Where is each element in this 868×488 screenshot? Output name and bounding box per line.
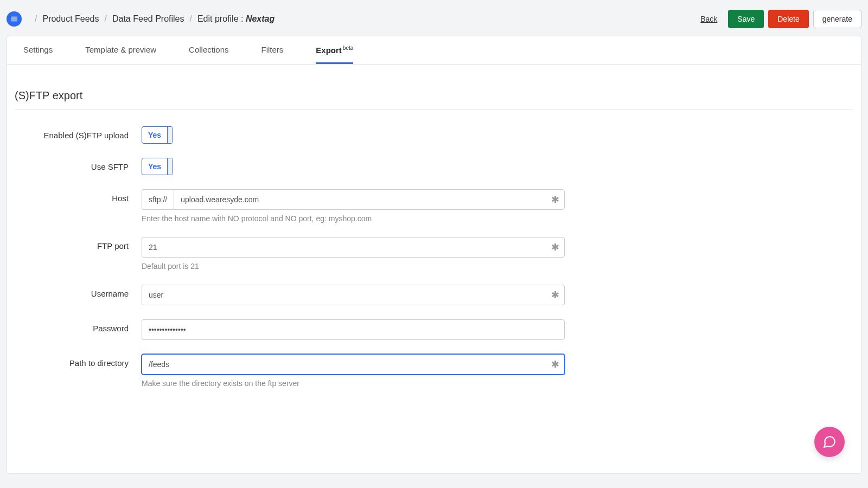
delete-button[interactable]: Delete: [768, 10, 808, 28]
path-input[interactable]: [142, 354, 565, 375]
host-label: Host: [15, 189, 142, 203]
breadcrumb-item-1[interactable]: Product Feeds: [42, 14, 99, 24]
port-input[interactable]: [142, 237, 565, 258]
main-card: Settings Template & preview Collections …: [7, 36, 861, 474]
enabled-upload-label: Enabled (S)FTP upload: [15, 126, 142, 140]
username-label: Username: [15, 285, 142, 298]
generate-button[interactable]: generate: [813, 10, 861, 28]
breadcrumb: / Product Feeds / Data Feed Profiles / E…: [29, 14, 275, 24]
path-label: Path to directory: [15, 354, 142, 368]
host-protocol-prefix: sftp://: [142, 189, 174, 210]
path-help: Make sure the directory exists on the ft…: [142, 379, 565, 388]
chat-icon: [822, 435, 837, 449]
hamburger-icon: [10, 15, 18, 23]
port-label: FTP port: [15, 237, 142, 251]
page-header: / Product Feeds / Data Feed Profiles / E…: [7, 7, 861, 36]
tab-filters[interactable]: Filters: [261, 36, 283, 64]
host-input[interactable]: [174, 189, 565, 210]
username-input[interactable]: [142, 285, 565, 305]
tab-settings[interactable]: Settings: [23, 36, 53, 64]
section-title: (S)FTP export: [15, 89, 853, 110]
menu-button[interactable]: [7, 11, 22, 27]
password-input[interactable]: [142, 319, 565, 340]
header-actions: Back Save Delete generate: [700, 10, 861, 28]
save-button[interactable]: Save: [728, 10, 764, 28]
help-fab-button[interactable]: [814, 427, 845, 457]
tab-bar: Settings Template & preview Collections …: [7, 36, 861, 65]
enabled-upload-toggle[interactable]: Yes: [142, 126, 173, 144]
use-sftp-toggle[interactable]: Yes: [142, 158, 173, 175]
breadcrumb-item-2[interactable]: Data Feed Profiles: [112, 14, 184, 24]
host-help: Enter the host name with NO protocol and…: [142, 214, 565, 223]
back-link[interactable]: Back: [700, 15, 717, 23]
tab-export[interactable]: Exportbeta: [316, 36, 353, 64]
tab-template[interactable]: Template & preview: [85, 36, 156, 64]
breadcrumb-item-3: Edit profile : Nextag: [197, 14, 275, 24]
password-label: Password: [15, 319, 142, 333]
port-help: Default port is 21: [142, 262, 565, 271]
beta-badge: beta: [343, 45, 353, 51]
use-sftp-label: Use SFTP: [15, 158, 142, 171]
tab-collections[interactable]: Collections: [189, 36, 228, 64]
